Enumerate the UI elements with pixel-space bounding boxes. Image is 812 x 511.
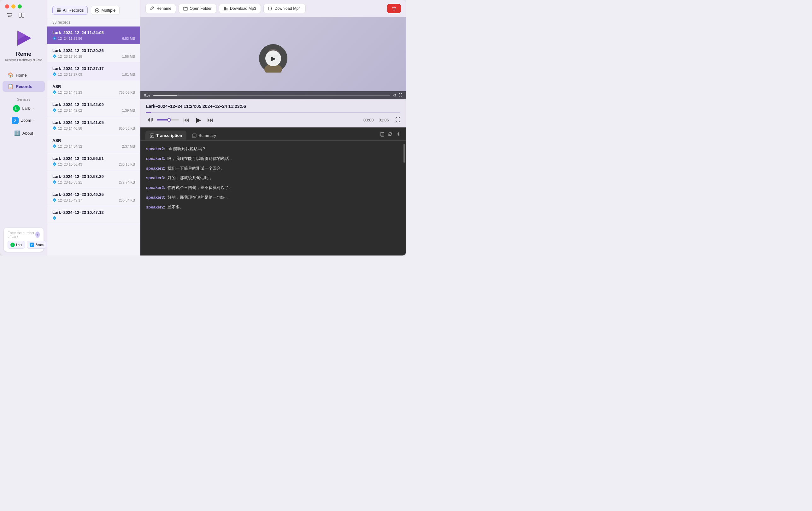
refresh-icon[interactable] [388, 131, 393, 138]
input-arrow-btn[interactable]: › [35, 232, 40, 238]
close-button[interactable] [5, 4, 9, 8]
traffic-lights [0, 0, 27, 8]
volume-slider[interactable] [157, 119, 179, 120]
home-icon: 🏠 [7, 72, 13, 78]
record-title: Lark–2024–12–23 10:53:29 [52, 174, 135, 179]
sidebar-item-lark[interactable]: L Lark ··· [8, 103, 40, 114]
record-source-icon: 💠 [52, 126, 57, 130]
filter-icon[interactable] [5, 12, 14, 19]
download-mp4-button[interactable]: Download Mp4 [263, 4, 306, 13]
svg-point-21 [95, 8, 99, 12]
record-meta: 💠 [52, 216, 135, 220]
record-item[interactable]: Lark–2024–12–23 10:53:29 💠 12–23 10:53:2… [47, 170, 140, 188]
record-item[interactable]: Lark–2024–12–23 10:47:12 💠 [47, 206, 140, 224]
record-meta: 💠 12–23 17:27:09 1.81 MB [52, 72, 135, 76]
multiple-btn[interactable]: Multiple [91, 6, 120, 15]
video-bottom-bar: 0:07 ⚙ ⛶ [140, 91, 406, 99]
record-item[interactable]: Lark–2024–12–24 11:24:05 💠 12–24 11:23:5… [47, 27, 140, 44]
svg-rect-24 [227, 8, 228, 10]
rename-button[interactable]: Rename [145, 4, 176, 13]
sparkle-icon[interactable] [396, 131, 401, 138]
record-date: 12–24 11:23:56 [58, 37, 82, 40]
sidebar-bottom: Enter the number of Lark › L Lark [0, 224, 47, 256]
video-play-overlay[interactable]: ▶ [140, 17, 406, 99]
skip-back-button[interactable]: ⏮ [182, 116, 191, 124]
video-fullscreen-icon[interactable]: ⛶ [399, 93, 402, 97]
download-mp4-label: Download Mp4 [274, 6, 301, 11]
svg-point-3 [7, 13, 8, 14]
tab-transcription-label: Transcription [156, 133, 182, 138]
record-title: Lark–2024–12–23 14:41:05 [52, 120, 135, 125]
open-folder-button[interactable]: Open Folder [178, 4, 216, 13]
svg-rect-39 [193, 134, 196, 138]
audio-section: Lark–2024–12–24 11:24:05 2024–12–24 11:2… [140, 99, 406, 127]
play-pause-button[interactable]: ▶ [194, 116, 203, 124]
multiple-label: Multiple [101, 8, 115, 12]
record-meta: 💠 12–24 11:23:56 6.83 MB [52, 36, 135, 40]
record-item[interactable]: ASR 💠 12–23 14:43:23 756.03 KB [47, 81, 140, 98]
skip-forward-button[interactable]: ⏭ [206, 116, 215, 124]
lark-more-icon[interactable]: ··· [30, 106, 35, 111]
audio-progress-bar[interactable] [146, 112, 400, 113]
sidebar-item-zoom[interactable]: Z Zoom ··· [7, 115, 41, 126]
download-mp3-button[interactable]: Download Mp3 [219, 4, 261, 13]
layout-icon[interactable] [17, 12, 26, 19]
record-size: 6.83 MB [122, 37, 135, 40]
record-meta: 💠 12–23 10:56:43 280.15 KB [52, 162, 135, 166]
input-lark-btn[interactable]: L Lark [7, 241, 25, 248]
open-folder-label: Open Folder [190, 6, 211, 11]
copy-icon[interactable] [379, 131, 384, 138]
record-item[interactable]: Lark–2024–12–23 10:49:25 💠 12–23 10:49:1… [47, 188, 140, 206]
record-item[interactable]: Lark–2024–12–23 14:42:09 💠 12–23 14:42:0… [47, 98, 140, 116]
record-source-icon: 💠 [52, 180, 57, 184]
speaker-label: speaker2: [146, 146, 165, 151]
transcript-text: ok 能听到我说话吗？ [168, 146, 206, 151]
rename-label: Rename [156, 6, 171, 11]
speaker-label: speaker2: [146, 166, 165, 171]
sidebar-item-home[interactable]: 🏠 Home [2, 70, 45, 81]
record-item[interactable]: ASR 💠 12–23 14:34:32 2.37 MB [47, 134, 140, 152]
svg-point-5 [8, 17, 9, 17]
all-records-btn[interactable]: All Records [52, 6, 88, 15]
zoom-more-icon[interactable]: ··· [31, 118, 36, 123]
speaker-label: speaker2: [146, 185, 165, 190]
all-records-label: All Records [63, 8, 84, 12]
transcript-actions [379, 131, 401, 140]
record-item[interactable]: Lark–2024–12–23 17:27:17 💠 12–23 17:27:0… [47, 62, 140, 81]
sidebar-item-about[interactable]: ℹ️ About [9, 128, 38, 139]
nav-section: 🏠 Home 📋 Records [0, 66, 47, 95]
transcript-line: speaker3: 啊，我现在能可以听得到你的说话， [146, 155, 400, 162]
minimize-button[interactable] [11, 4, 16, 8]
input-zoom-btn[interactable]: Z Zoom [27, 241, 47, 248]
svg-rect-23 [225, 7, 226, 10]
record-meta: 💠 12–23 14:42:02 1.39 MB [52, 108, 135, 112]
svg-text:Z: Z [31, 244, 33, 247]
main-toolbar: Rename Open Folder Download Mp3 [140, 0, 406, 17]
maximize-button[interactable] [18, 4, 22, 8]
svg-rect-25 [268, 7, 271, 10]
delete-button[interactable] [387, 4, 401, 13]
record-meta: 💠 12–23 14:43:23 756.03 KB [52, 90, 135, 94]
tab-summary[interactable]: Summary [188, 130, 221, 140]
record-item[interactable]: Lark–2024–12–23 14:41:05 💠 12–23 14:40:5… [47, 116, 140, 134]
record-source-icon: 💠 [52, 162, 57, 166]
tab-transcription[interactable]: Transcription [145, 130, 186, 140]
record-date: 12–23 17:30:18 [58, 55, 82, 58]
sidebar-item-records-label: Records [16, 84, 32, 89]
video-settings-icon[interactable]: ⚙ [393, 93, 397, 97]
transcript-line: speaker2: 差不多。 [146, 204, 400, 211]
transcript-tabs: Transcription Summary [140, 127, 406, 141]
record-item[interactable]: Lark–2024–12–23 17:30:26 💠 12–23 17:30:1… [47, 44, 140, 62]
scrollbar-thumb[interactable] [404, 144, 405, 163]
about-icon: ℹ️ [14, 130, 20, 136]
play-button[interactable]: ▶ [265, 51, 281, 66]
fullscreen-button[interactable]: ⛶ [395, 117, 400, 123]
record-date: 12–23 17:27:09 [58, 72, 82, 76]
transcript-text: 啊，我现在能可以听得到你的说话， [168, 156, 233, 161]
record-item[interactable]: Lark–2024–12–23 10:56:51 💠 12–23 10:56:4… [47, 152, 140, 170]
record-date: 12–23 14:34:32 [58, 145, 82, 148]
transcript-line: speaker3: 好的，那我现在说的是第一句好， [146, 194, 400, 201]
records-icon: 📋 [7, 84, 13, 89]
sidebar-item-records[interactable]: 📋 Records [2, 81, 45, 92]
volume-icon[interactable] [146, 116, 155, 124]
